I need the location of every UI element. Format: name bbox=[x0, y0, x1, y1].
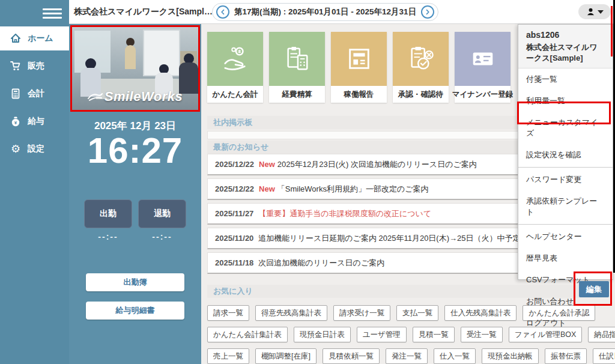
calculator-icon bbox=[10, 88, 22, 100]
company-name: 株式会社スマイルワークス[Sample] bbox=[526, 42, 605, 63]
user-icon bbox=[586, 7, 595, 16]
news-text: 次回追加機能のリリース日のご案内 bbox=[258, 258, 384, 268]
favorite-button[interactable]: 棚卸調整[在庫] bbox=[255, 348, 317, 364]
report-icon bbox=[345, 45, 373, 73]
tile-label: 稼働報告 bbox=[331, 86, 387, 103]
tile-expense-settlement[interactable]: 経費精算 bbox=[269, 32, 325, 103]
tile-easy-accounting[interactable]: かんたん会計 bbox=[207, 32, 263, 103]
favorite-button[interactable]: ユーザ管理 bbox=[357, 327, 407, 342]
fiscal-period-selector: 第17期(当期) : 2025年01月01日 - 2025年12月31日 bbox=[212, 3, 438, 21]
sidebar-item-label: 販売 bbox=[28, 61, 44, 71]
menu-item-logout[interactable]: ログアウト bbox=[518, 312, 613, 334]
office-photo: SmileWorks bbox=[70, 25, 200, 112]
news-date: 2025/11/20 bbox=[215, 234, 253, 243]
annotation-red-edge-line bbox=[611, 6, 613, 56]
news-date: 2025/11/18 bbox=[215, 258, 253, 267]
tile-label: マイナンバー登録 bbox=[455, 86, 510, 103]
sidebar-item-label: 給与 bbox=[28, 116, 44, 127]
news-date: 2025/12/22 bbox=[215, 184, 254, 193]
approval-icon bbox=[407, 45, 435, 73]
menu-divider bbox=[518, 224, 613, 225]
sidebar-item-home[interactable]: ホーム bbox=[0, 26, 69, 50]
favorite-button[interactable]: 仕訳日記帳 bbox=[593, 348, 615, 364]
hand-coin-icon bbox=[222, 45, 249, 73]
favorite-button[interactable]: 売上一覧 bbox=[207, 348, 249, 364]
menu-item-check-settings[interactable]: 設定状況を確認 bbox=[518, 144, 613, 166]
sidebar-item-sales[interactable]: 販売 bbox=[0, 54, 69, 78]
sidebar-item-label: 設定 bbox=[28, 144, 44, 154]
top-bar: 株式会社スマイルワークス[Sampl… 第17期(当期) : 2025年01月0… bbox=[69, 0, 615, 24]
tile-work-report[interactable]: 稼働報告 bbox=[331, 32, 387, 103]
favorite-button[interactable]: 現預金出納帳 bbox=[482, 348, 539, 364]
favorite-button[interactable]: 請求受け一覧 bbox=[333, 305, 390, 321]
menu-item-change-password[interactable]: パスワード変更 bbox=[518, 169, 613, 190]
menu-item-calendar-chart[interactable]: 暦早見表 bbox=[518, 247, 613, 269]
sidebar-item-accounting[interactable]: 会計 bbox=[0, 82, 69, 106]
tile-mynumber-registration[interactable]: マイナンバー登録 bbox=[455, 32, 510, 103]
smileworks-logo: SmileWorks bbox=[72, 89, 198, 105]
sidebar: ホーム 販売 会計 ¥ 給与 ⚙ 設 bbox=[0, 0, 69, 364]
sidebar-item-settings[interactable]: ⚙ 設定 bbox=[0, 137, 69, 161]
app-window: ホーム 販売 会計 ¥ 給与 ⚙ 設 bbox=[0, 0, 615, 364]
svg-text:¥: ¥ bbox=[14, 120, 17, 126]
id-card-icon bbox=[469, 45, 497, 73]
menu-item-help-center[interactable]: ヘルプセンター bbox=[518, 226, 613, 247]
company-title: 株式会社スマイルワークス[Sampl… bbox=[74, 7, 213, 17]
user-menu-header: abs1206 株式会社スマイルワークス[Sample] bbox=[518, 25, 613, 68]
menu-divider bbox=[518, 167, 613, 168]
favorites-edit-button[interactable]: 編集 bbox=[579, 281, 609, 297]
smileworks-logo-swoosh-icon bbox=[88, 89, 103, 105]
favorite-button[interactable]: 得意先残高集計表 bbox=[255, 305, 327, 321]
sidebar-item-payroll[interactable]: ¥ 給与 bbox=[0, 109, 69, 133]
home-icon bbox=[10, 32, 22, 44]
favorite-button[interactable]: 仕入一覧 bbox=[434, 348, 476, 364]
next-period-button[interactable] bbox=[421, 5, 434, 19]
favorite-button[interactable]: 仕入先残高集計表 bbox=[444, 305, 517, 321]
clock-in-button[interactable]: 出勤 bbox=[84, 199, 132, 228]
news-text: 追加機能リリース日延期のご案内 2025年11月20日(木)→25日（火）中予定 bbox=[258, 233, 520, 244]
menu-item-usage-list[interactable]: 利用量一覧 bbox=[518, 90, 613, 112]
new-badge: New bbox=[259, 160, 275, 169]
hamburger-menu-icon[interactable] bbox=[43, 6, 62, 19]
sidebar-nav: ホーム 販売 会計 ¥ 給与 ⚙ 設 bbox=[0, 26, 69, 165]
favorite-button[interactable]: 現預金日計表 bbox=[294, 327, 351, 342]
news-text: 【重要】通勤手当の非課税限度額の改正について bbox=[258, 208, 431, 219]
gear-icon: ⚙ bbox=[10, 143, 22, 155]
user-menu-button[interactable] bbox=[578, 4, 611, 19]
tile-approval-pending[interactable]: 承認・確認待 bbox=[393, 32, 449, 103]
user-dropdown-menu: abs1206 株式会社スマイルワークス[Sample] 付箋一覧 利用量一覧 … bbox=[518, 24, 613, 280]
tile-label: かんたん会計 bbox=[207, 86, 263, 103]
menu-item-menu-customize[interactable]: メニューカスタマイズ bbox=[518, 112, 613, 144]
favorite-button[interactable]: 支払一覧 bbox=[396, 305, 438, 321]
clock-in-time: --:-- bbox=[84, 232, 132, 241]
clock-panel: SmileWorks 2025年 12月 23日 16:27 出勤 退勤 --:… bbox=[69, 24, 201, 364]
clock-out-time: --:-- bbox=[138, 232, 186, 241]
favorite-button[interactable]: 請求一覧 bbox=[207, 305, 249, 321]
news-date: 2025/12/22 bbox=[215, 160, 254, 169]
payslip-button[interactable]: 給与明細書 bbox=[86, 302, 184, 320]
favorite-button[interactable]: 見積依頼一覧 bbox=[323, 348, 380, 364]
favorite-button[interactable]: 振替伝票 bbox=[545, 348, 587, 364]
favorite-button[interactable]: かんたん会計集計表 bbox=[207, 327, 288, 342]
attendance-book-button[interactable]: 出勤簿 bbox=[86, 273, 184, 291]
favorite-button[interactable]: 見積一覧 bbox=[413, 327, 455, 342]
cart-icon bbox=[10, 60, 22, 72]
shortcut-tiles: かんたん会計 経費精算 bbox=[207, 32, 510, 103]
fiscal-period-label: 第17期(当期) : 2025年01月01日 - 2025年12月31日 bbox=[234, 7, 416, 17]
news-text: 「SmileWorks利用規約」一部改定のご案内 bbox=[277, 184, 429, 195]
new-badge: New bbox=[259, 184, 275, 193]
menu-item-approval-template[interactable]: 承認依頼テンプレート bbox=[518, 190, 613, 223]
tile-label: 経費精算 bbox=[269, 86, 325, 103]
sidebar-item-label: ホーム bbox=[28, 33, 53, 44]
favorite-button[interactable]: 発注一覧 bbox=[386, 348, 428, 364]
news-date: 2025/11/27 bbox=[215, 209, 253, 218]
news-text: 2025年12月23日(火) 次回追加機能のリリース日のご案内 bbox=[277, 159, 477, 170]
username: abs1206 bbox=[526, 30, 605, 40]
payroll-icon: ¥ bbox=[10, 115, 22, 127]
favorite-button[interactable]: 受注一覧 bbox=[461, 327, 503, 342]
menu-item-sticky-notes[interactable]: 付箋一覧 bbox=[518, 68, 613, 90]
clipboard-calculator-icon bbox=[283, 45, 311, 73]
clock-out-button[interactable]: 退勤 bbox=[138, 199, 186, 228]
tile-label: 承認・確認待 bbox=[393, 86, 449, 103]
previous-period-button[interactable] bbox=[216, 5, 229, 19]
